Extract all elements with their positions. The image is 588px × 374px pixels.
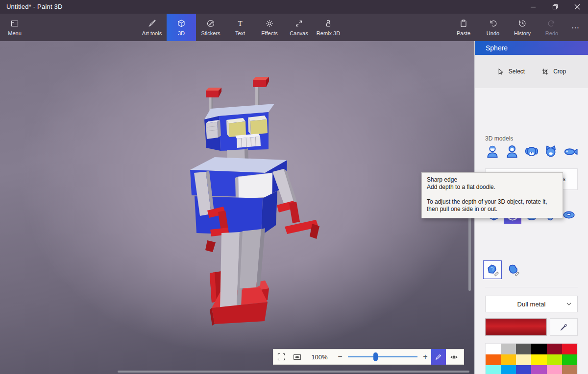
edit-actions: Paste Undo History Redo ⋯ <box>449 14 584 41</box>
palette-color[interactable] <box>531 365 546 374</box>
cursor-icon <box>497 68 504 75</box>
sticker-icon <box>206 19 215 28</box>
horizontal-scrollbar[interactable] <box>118 371 469 373</box>
models-row <box>485 144 578 162</box>
menu-icon <box>10 19 19 28</box>
menu-button[interactable]: Menu <box>0 14 29 41</box>
fit-to-view-button[interactable] <box>273 349 289 365</box>
tooltip-line1: Add depth to a flat doodle. <box>427 184 558 191</box>
menu-label: Menu <box>8 30 22 36</box>
undo-icon <box>489 19 497 28</box>
main-toolbar: Menu Art tools 3D Stickers <box>0 14 588 41</box>
text-icon: T <box>236 19 245 28</box>
tab-canvas[interactable]: Canvas <box>284 14 314 41</box>
redo-button[interactable]: Redo <box>537 14 566 41</box>
palette-color[interactable] <box>486 344 501 354</box>
redo-icon <box>547 19 556 28</box>
palette-color[interactable] <box>531 354 546 365</box>
palette-color[interactable] <box>486 365 501 374</box>
cube-icon <box>177 19 186 28</box>
color-row <box>485 318 578 336</box>
woman-icon <box>505 144 519 159</box>
window-title: Untitled* - Paint 3D <box>6 3 63 10</box>
models-heading: 3D models <box>485 135 513 142</box>
tab-art-tools[interactable]: Art tools <box>137 14 167 41</box>
select-button[interactable]: Select <box>497 68 525 75</box>
current-color-swatch[interactable] <box>485 318 547 336</box>
palette-grid <box>485 343 578 374</box>
zoom-in-button[interactable]: + <box>419 349 431 365</box>
paste-button[interactable]: Paste <box>449 14 478 41</box>
paste-icon <box>459 19 468 28</box>
soft-edge-doodle-button[interactable] <box>504 260 522 279</box>
history-icon <box>518 19 527 28</box>
close-button[interactable] <box>566 0 588 14</box>
tab-stickers[interactable]: Stickers <box>196 14 225 41</box>
chevron-down-icon <box>565 301 572 307</box>
crop-button[interactable]: Crop <box>541 68 566 75</box>
palette-color[interactable] <box>516 365 531 374</box>
minimize-button[interactable] <box>522 0 544 14</box>
robot-3d-model[interactable] <box>0 41 474 374</box>
model-dog-button[interactable] <box>524 144 539 161</box>
eye-icon <box>450 353 458 361</box>
model-woman-button[interactable] <box>505 144 519 161</box>
tooltip-title: Sharp edge <box>427 176 558 184</box>
zoom-slider-thumb[interactable] <box>373 352 378 361</box>
material-value: Dull metal <box>486 301 577 308</box>
model-man-button[interactable] <box>485 144 500 161</box>
zoom-out-button[interactable]: − <box>334 349 346 365</box>
canvas-viewport[interactable] <box>0 41 474 374</box>
palette-color[interactable] <box>501 365 516 374</box>
canvas-icon <box>294 19 303 28</box>
sharp-edge-tooltip: Sharp edge Add depth to a flat doodle. T… <box>421 172 563 218</box>
eyedropper-button[interactable] <box>550 318 578 336</box>
view-mode-button[interactable] <box>446 349 462 365</box>
restore-button[interactable] <box>544 0 566 14</box>
palette-color[interactable] <box>562 354 577 365</box>
cat-icon <box>543 144 558 159</box>
history-button[interactable]: History <box>508 14 537 41</box>
preview-button[interactable] <box>289 349 305 365</box>
palette-color[interactable] <box>501 344 516 354</box>
palette-color[interactable] <box>501 354 516 365</box>
palette-color[interactable] <box>547 354 562 365</box>
sharp-edge-doodle-icon <box>486 263 499 277</box>
tab-3d[interactable]: 3D <box>167 14 196 41</box>
palette-color[interactable] <box>547 344 562 354</box>
tab-effects[interactable]: Effects <box>255 14 284 41</box>
zoom-slider[interactable] <box>346 349 419 365</box>
fish-icon <box>563 144 578 159</box>
more-options-button[interactable]: ⋯ <box>566 14 584 41</box>
sharp-edge-doodle-button[interactable] <box>483 260 502 279</box>
brush-icon <box>147 19 156 28</box>
eyedropper-icon <box>560 323 568 331</box>
canvas-toolbar: 100% − + <box>273 349 464 365</box>
palette-color[interactable] <box>516 344 531 354</box>
palette-color[interactable] <box>547 365 562 374</box>
tab-text[interactable]: T Text <box>225 14 255 41</box>
model-fish-button[interactable] <box>563 144 578 161</box>
palette-color[interactable] <box>516 354 531 365</box>
tooltip-line2: To adjust the depth of your 3D object, r… <box>427 198 558 213</box>
palette-color[interactable] <box>562 344 577 354</box>
tool-tabs: Art tools 3D Stickers T Text <box>137 14 343 41</box>
tab-remix-3d[interactable]: Remix 3D <box>314 14 343 41</box>
more-icon: ⋯ <box>571 23 579 32</box>
model-cat-button[interactable] <box>543 144 558 161</box>
palette-color[interactable] <box>531 344 546 354</box>
remix-3d-icon <box>324 19 333 28</box>
draw-mode-button[interactable] <box>431 349 446 365</box>
pencil-icon <box>435 353 442 361</box>
dog-icon <box>524 144 539 159</box>
undo-button[interactable]: Undo <box>478 14 508 41</box>
palette-color[interactable] <box>562 365 577 374</box>
man-icon <box>485 144 500 159</box>
crop-icon <box>541 68 549 75</box>
material-dropdown[interactable]: Dull metal <box>485 296 578 312</box>
doodles-row <box>483 260 522 279</box>
effects-icon <box>265 19 274 28</box>
palette-color[interactable] <box>486 354 501 365</box>
zoom-level: 100% <box>305 353 334 361</box>
paint3d-window: Untitled* - Paint 3D Menu <box>0 0 588 374</box>
